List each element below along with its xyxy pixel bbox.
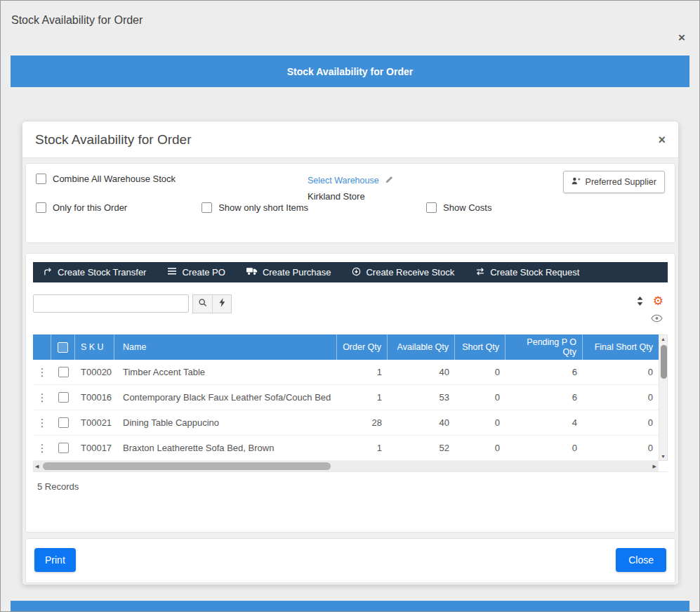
cell-final-short-qty: 0 <box>583 367 659 377</box>
cell-available-qty: 52 <box>388 443 455 453</box>
table-row: ⋮ T00017 Braxton Leatherette Sofa Bed, B… <box>33 436 659 461</box>
cell-pending-po-qty: 4 <box>506 417 583 428</box>
lightning-bolt-icon <box>218 297 226 310</box>
create-po-label: Create PO <box>182 267 225 278</box>
modal-title: Stock Availability for Order <box>35 132 658 148</box>
top-banner: Stock Availability for Order <box>11 56 689 87</box>
grid-tools: ⚙ <box>636 295 663 323</box>
stock-table-panel: Create Stock Transfer Create PO Create P… <box>25 253 675 533</box>
warehouse-selector: Select Warehouse Kirkland Store <box>308 174 393 202</box>
actions-toolbar: Create Stock Transfer Create PO Create P… <box>33 262 668 282</box>
window-close-icon[interactable]: × <box>678 32 685 44</box>
quick-filter-button[interactable] <box>212 295 231 313</box>
horizontal-scrollbar-thumb[interactable] <box>43 462 331 470</box>
row-checkbox[interactable] <box>58 417 69 428</box>
column-header-order-qty[interactable]: Order Qty <box>337 334 388 360</box>
row-menu-icon[interactable]: ⋮ <box>37 367 48 377</box>
stock-grid: S K U Name Order Qty Available Qty Short… <box>33 334 668 471</box>
close-button[interactable]: Close <box>616 548 666 572</box>
cell-available-qty: 40 <box>388 417 455 428</box>
column-header-sku[interactable]: S K U <box>75 334 114 360</box>
combine-all-warehouse-stock-label: Combine All Warehouse Stock <box>53 174 176 184</box>
cell-sku: T00017 <box>75 443 114 453</box>
row-menu-icon[interactable]: ⋮ <box>37 443 48 453</box>
column-header-name[interactable]: Name <box>114 334 337 360</box>
scroll-down-icon[interactable]: ▼ <box>661 454 666 459</box>
edit-pencil-icon[interactable] <box>385 176 393 186</box>
column-header-menu <box>33 334 51 360</box>
modal-body: Combine All Warehouse Stock Select Wareh… <box>22 158 678 585</box>
show-only-short-items-checkbox[interactable] <box>202 202 212 213</box>
cell-short-qty: 0 <box>455 392 506 403</box>
column-header-short-qty[interactable]: Short Qty <box>455 334 506 360</box>
table-row: ⋮ T00021 Dining Table Cappucino 28 40 0 … <box>33 410 659 436</box>
show-costs-checkbox[interactable] <box>426 202 437 213</box>
select-warehouse-label: Select Warehouse <box>308 176 379 185</box>
bottom-banner-edge <box>11 601 689 611</box>
row-menu-icon[interactable]: ⋮ <box>37 392 48 403</box>
show-only-short-items-option[interactable]: Show only short Items <box>202 202 308 213</box>
cell-order-qty: 1 <box>337 392 388 403</box>
table-header-row: S K U Name Order Qty Available Qty Short… <box>33 334 659 360</box>
only-for-this-order-option[interactable]: Only for this Order <box>36 202 127 213</box>
vertical-scrollbar[interactable]: ▲ ▼ <box>659 334 668 461</box>
table-row: ⋮ T00020 Timber Accent Table 1 40 0 6 0 <box>33 360 659 385</box>
row-checkbox[interactable] <box>58 443 69 453</box>
receive-icon <box>352 267 361 278</box>
cell-sku: T00021 <box>75 417 114 428</box>
select-all-checkbox[interactable] <box>58 342 68 353</box>
column-header-final-short-qty[interactable]: Final Short Qty <box>583 334 659 360</box>
column-header-available-qty[interactable]: Available Qty <box>388 334 455 360</box>
cell-final-short-qty: 0 <box>583 417 659 428</box>
gear-icon[interactable]: ⚙ <box>653 295 663 307</box>
create-stock-request-button[interactable]: Create Stock Request <box>475 267 579 278</box>
modal-footer: Print Close <box>25 538 675 583</box>
scroll-up-icon[interactable]: ▲ <box>661 337 666 341</box>
search-buttons <box>192 294 232 313</box>
combine-all-warehouse-stock-option[interactable]: Combine All Warehouse Stock <box>36 174 176 184</box>
cell-order-qty: 1 <box>337 367 388 377</box>
cell-name: Dining Table Cappucino <box>114 417 337 428</box>
search-row: ⚙ <box>33 294 668 313</box>
modal-close-icon[interactable]: × <box>658 134 666 146</box>
person-plus-icon <box>572 176 581 188</box>
create-stock-request-label: Create Stock Request <box>490 267 579 278</box>
row-checkbox[interactable] <box>58 367 69 377</box>
column-header-select <box>51 334 75 360</box>
preferred-supplier-button[interactable]: Preferred Supplier <box>563 171 665 193</box>
sort-icon[interactable] <box>636 296 644 306</box>
top-banner-title: Stock Availability for Order <box>287 66 413 77</box>
print-button[interactable]: Print <box>34 548 76 572</box>
combine-all-warehouse-stock-checkbox[interactable] <box>36 174 46 184</box>
scroll-left-icon[interactable]: ◀ <box>35 464 39 469</box>
row-menu-icon[interactable]: ⋮ <box>37 417 48 428</box>
selected-warehouse-name: Kirkland Store <box>308 191 393 202</box>
eye-icon[interactable] <box>651 314 663 323</box>
row-checkbox[interactable] <box>58 392 69 403</box>
show-costs-option[interactable]: Show Costs <box>426 202 491 213</box>
create-stock-transfer-button[interactable]: Create Stock Transfer <box>43 267 146 278</box>
column-header-pending-po-qty[interactable]: Pending P O Qty <box>506 334 583 360</box>
search-button[interactable] <box>193 295 212 313</box>
cell-final-short-qty: 0 <box>583 392 659 403</box>
stock-availability-modal: Stock Availability for Order × Combine A… <box>22 122 678 585</box>
swap-arrows-icon <box>475 267 485 278</box>
only-for-this-order-label: Only for this Order <box>53 202 127 213</box>
create-receive-stock-label: Create Receive Stock <box>366 267 454 278</box>
scroll-right-icon[interactable]: ▶ <box>653 464 656 469</box>
vertical-scrollbar-thumb[interactable] <box>661 345 667 379</box>
cell-available-qty: 40 <box>388 367 455 377</box>
cell-name: Braxton Leatherette Sofa Bed, Brown <box>114 443 337 453</box>
window-title: Stock Availability for Order <box>11 14 143 27</box>
create-po-button[interactable]: Create PO <box>167 267 225 278</box>
only-for-this-order-checkbox[interactable] <box>36 202 46 213</box>
create-purchase-button[interactable]: Create Purchase <box>246 267 331 278</box>
cell-name: Timber Accent Table <box>114 367 337 377</box>
search-input[interactable] <box>33 294 189 313</box>
horizontal-scrollbar[interactable]: ◀ ▶ <box>33 461 659 471</box>
cell-name: Contemporary Black Faux Leather Sofa/Cou… <box>114 392 337 403</box>
select-warehouse-link[interactable]: Select Warehouse <box>308 176 393 186</box>
cell-final-short-qty: 0 <box>583 443 659 453</box>
truck-icon <box>246 267 258 278</box>
create-receive-stock-button[interactable]: Create Receive Stock <box>352 267 454 278</box>
